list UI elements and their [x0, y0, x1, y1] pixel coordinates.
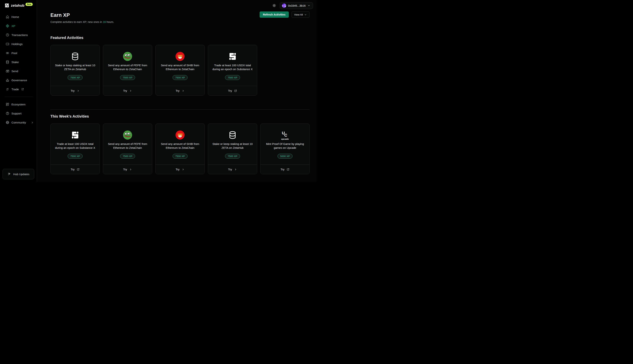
- try-button[interactable]: Try: [51, 86, 100, 96]
- sidebar-item-ecosystem[interactable]: Ecosystem: [0, 100, 37, 109]
- activity-card-substancex: Trade at least 100 USDX total during an …: [51, 124, 100, 174]
- sidebar-item-holdings[interactable]: Holdings: [0, 40, 37, 48]
- page-title: Earn XP: [51, 12, 114, 18]
- xp-diamond-icon: [6, 24, 10, 28]
- try-label: Try: [280, 168, 284, 171]
- try-button[interactable]: Try: [156, 164, 204, 174]
- xp-badge: 5000 XP: [277, 154, 293, 158]
- try-button[interactable]: Try: [103, 86, 152, 96]
- view-all-dropdown[interactable]: View All: [291, 12, 309, 18]
- activity-card-shib: Send any amount of SHIB from Ethereum to…: [155, 124, 205, 174]
- sidebar-divider: [5, 97, 33, 97]
- subtitle-hours-highlight: 16: [103, 20, 106, 24]
- view-all-label: View All: [294, 13, 303, 16]
- sidebar-item-send[interactable]: Send: [0, 67, 37, 76]
- sidebar-item-home[interactable]: Home: [0, 12, 37, 22]
- external-link-icon: [77, 168, 80, 171]
- governance-icon: [6, 78, 10, 82]
- chevron-right-icon: [182, 168, 185, 171]
- substance-x-icon: [228, 52, 237, 61]
- try-label: Try: [71, 168, 75, 171]
- sidebar-item-pool[interactable]: Pool: [0, 48, 37, 58]
- beta-badge: Beta: [26, 3, 33, 6]
- refresh-activities-button[interactable]: Refresh Activities: [260, 12, 289, 18]
- brand-logo[interactable]: zetahub Beta: [0, 0, 37, 10]
- external-link-icon: [286, 168, 289, 171]
- wallet-dropdown[interactable]: 0x3345...3b16: [280, 2, 313, 9]
- xp-badge: 7500 XP: [68, 154, 83, 158]
- grid-plus-icon: [6, 102, 10, 106]
- theme-toggle-button[interactable]: [272, 4, 276, 8]
- subtitle-text: Complete activities to earn XP; new ones…: [51, 20, 103, 24]
- activity-title: Mint Proof Of Game by playing games on U…: [260, 142, 309, 150]
- activity-title: Send any amount of PEPE from Ethereum to…: [103, 64, 152, 71]
- help-circle-icon: [6, 112, 10, 115]
- globe-icon: [6, 120, 10, 124]
- zetahub-app: zetahub Beta Home XP Transactions Holdin…: [0, 0, 316, 182]
- activity-title: Send any amount of SHIB from Ethereum to…: [156, 142, 204, 150]
- chevron-right-icon: [129, 89, 132, 92]
- week-activities-title: This Week's Activities: [51, 114, 309, 118]
- activity-title: Stake or keep staking at least 10 ZETA o…: [51, 64, 100, 71]
- sidebar-item-xp[interactable]: XP: [0, 22, 37, 30]
- activity-card-pepe: Send any amount of PEPE from Ethereum to…: [103, 124, 152, 174]
- sidebar-item-label: Ecosystem: [12, 103, 26, 106]
- content: Earn XP Complete activities to earn XP; …: [37, 11, 316, 174]
- sidebar-item-trade[interactable]: Trade: [0, 85, 37, 94]
- try-label: Try: [176, 168, 179, 171]
- sidebar-item-label: Community: [12, 121, 26, 124]
- subtitle-text-suffix: hours.: [106, 20, 114, 24]
- sidebar-item-label: Stake: [12, 60, 19, 64]
- pool-circles-icon: [6, 51, 10, 55]
- sidebar: zetahub Beta Home XP Transactions Holdin…: [0, 0, 37, 182]
- activity-card-stake: Stake or keep staking at least 10 ZETA o…: [51, 45, 100, 96]
- sidebar-nav: Home XP Transactions Holdings Pool Stake: [0, 12, 37, 127]
- sun-icon: [272, 4, 276, 8]
- brand-name: zetahub: [11, 4, 24, 8]
- sparkle-icon: [8, 172, 11, 176]
- sidebar-item-stake[interactable]: Stake: [0, 58, 37, 67]
- try-button[interactable]: Try: [208, 86, 257, 96]
- sidebar-item-community[interactable]: Community: [0, 118, 37, 127]
- try-button[interactable]: Try: [208, 164, 257, 174]
- xp-badge: 7500 XP: [120, 75, 135, 80]
- activity-title: Trade at least 100 USDX total during an …: [208, 64, 257, 71]
- xp-badge: 7500 XP: [225, 154, 240, 158]
- try-button[interactable]: Try: [260, 164, 309, 174]
- sidebar-item-label: XP: [12, 24, 15, 28]
- try-button[interactable]: Try: [51, 164, 100, 174]
- swap-arrows-icon: [6, 87, 10, 91]
- sidebar-item-label: Trade: [12, 88, 19, 91]
- external-link-icon: [234, 89, 237, 92]
- activity-title: Stake or keep staking at least 10 ZETA o…: [208, 142, 257, 150]
- chevron-right-icon: [77, 89, 80, 92]
- substance-x-icon: [71, 130, 80, 140]
- activity-card-substancex: Trade at least 100 USDX total during an …: [208, 45, 257, 96]
- try-button[interactable]: Try: [156, 86, 204, 96]
- sidebar-item-label: Send: [12, 70, 18, 73]
- pepe-token-icon: [123, 130, 132, 140]
- xp-badge: 7500 XP: [120, 154, 135, 158]
- xp-badge: 7500 XP: [68, 75, 83, 80]
- try-label: Try: [228, 168, 232, 171]
- sidebar-item-support[interactable]: Support: [0, 109, 37, 118]
- try-label: Try: [123, 89, 127, 92]
- zetahub-logo-icon: [5, 3, 10, 8]
- activity-card-stake: Stake or keep staking at least 10 ZETA o…: [208, 124, 257, 174]
- sidebar-item-label: Home: [12, 15, 19, 19]
- hub-updates-button[interactable]: Hub Updates: [3, 169, 34, 179]
- try-button[interactable]: Try: [103, 164, 152, 174]
- page-subtitle: Complete activities to earn XP; new ones…: [51, 20, 114, 24]
- try-label: Try: [71, 89, 75, 92]
- topbar: 0x3345...3b16: [37, 0, 316, 11]
- upcade-icon: UC upcade: [281, 131, 289, 140]
- xp-badge: 7500 XP: [173, 75, 188, 80]
- sidebar-item-governance[interactable]: Governance: [0, 76, 37, 85]
- coin-stack-icon: [228, 130, 237, 140]
- sidebar-item-transactions[interactable]: Transactions: [0, 30, 37, 40]
- chevron-right-icon: [31, 121, 34, 124]
- clock-icon: [6, 33, 10, 37]
- wallet-card-icon: [6, 42, 10, 46]
- wallet-address: 0x3345...3b16: [288, 4, 305, 7]
- hub-updates-label: Hub Updates: [13, 172, 30, 176]
